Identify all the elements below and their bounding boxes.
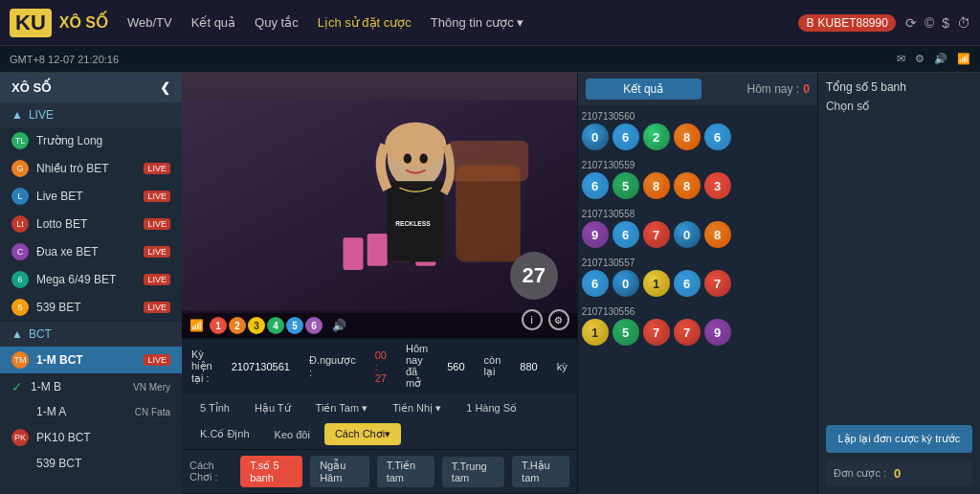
- info-btn-settings[interactable]: ⚙: [548, 309, 569, 330]
- sidebar-item-539bet[interactable]: 5 539 BET LIVE: [0, 294, 182, 322]
- 1mb-sub: VN Mery: [133, 382, 170, 393]
- sidebar-item-mega[interactable]: 6 Mega 6/49 BET LIVE: [0, 266, 182, 294]
- sidebar-item-1mb[interactable]: ✓ 1-M B VN Mery: [0, 374, 182, 400]
- lottobet-label: Lotto BET: [36, 217, 136, 231]
- nav-thongtin[interactable]: Thông tin cược ▾: [431, 15, 523, 30]
- sidebar-item-1mbct[interactable]: TM 1-M BCT LIVE: [0, 347, 182, 374]
- toolbar: GMT+8 12-07 21:20:16 ✉ ⚙ 🔊 📶: [0, 46, 980, 73]
- 1mbct-live-badge: LIVE: [144, 354, 170, 366]
- tab-keodoi[interactable]: Keo đôi: [264, 424, 321, 445]
- video-results-row: RECKLESS 📶 1 2 3 4 5: [182, 73, 980, 494]
- nhieubro-live-badge: LIVE: [144, 163, 170, 174]
- logo: KU XÔ SỐ: [10, 9, 108, 37]
- channel-4-btn[interactable]: 4: [267, 317, 284, 334]
- sidebar-item-lottobet[interactable]: Lt Lotto BET LIVE: [0, 211, 182, 238]
- result-id-1: 2107130559: [582, 158, 813, 172]
- tab-tientam[interactable]: Tiền Tam ▾: [305, 397, 379, 419]
- pk10bct-icon: PK: [11, 429, 29, 446]
- lap-lai-button[interactable]: Lập lại đơn cược kỳ trước: [826, 425, 972, 453]
- ky-val: 2107130561: [232, 361, 290, 372]
- duaxe-live-badge: LIVE: [144, 246, 170, 258]
- 1mb-check-icon: ✓: [11, 379, 23, 394]
- tong-so-label: Tổng số 5 banh: [826, 80, 972, 94]
- dollar-icon: $: [942, 15, 949, 31]
- sidebar-item-nhieubro[interactable]: G Nhiều trò BET LIVE: [0, 155, 182, 183]
- 539bct-label: 539 BCT: [36, 457, 170, 470]
- right-panel: Tổng số 5 banh Chọn số Lập lại đơn cược …: [817, 73, 980, 494]
- don-cuoc-label: Đơn cược :: [834, 467, 886, 480]
- channel-5-btn[interactable]: 5: [286, 317, 303, 334]
- ball: 7: [674, 319, 701, 346]
- tab-cachchoi[interactable]: Cách Chơi▾: [324, 423, 401, 445]
- ball: 7: [643, 221, 670, 248]
- header-right: B KUBET88990 ⟳ © $ ⏱: [798, 14, 970, 32]
- settings-icon[interactable]: ⚙: [915, 53, 924, 65]
- table-row: 2107130558 9 6 7 0 8: [582, 207, 813, 248]
- tab-kcodinh[interactable]: K.Cố Định: [189, 423, 260, 445]
- sidebar-item-truonglong[interactable]: TL Trường Long: [0, 127, 182, 155]
- betting-tabs: 5 Tỉnh Hậu Tứ Tiền Tam ▾ Tiền Nhị ▾ 1 Hà…: [182, 393, 577, 450]
- livebet-label: Live BET: [36, 190, 136, 203]
- header: KU XÔ SỐ Web/TV Kết quả Quy tắc Lịch sử …: [0, 0, 980, 46]
- info-btn-i[interactable]: i: [522, 309, 543, 330]
- wifi-signal-icon: 📶: [957, 53, 970, 65]
- channel-3-btn[interactable]: 3: [248, 317, 265, 334]
- tab-hautU[interactable]: Hậu Tứ: [244, 397, 301, 419]
- svg-point-12: [419, 154, 427, 164]
- nav-ketqua[interactable]: Kết quả: [191, 15, 235, 30]
- homnay-count: 0: [803, 82, 810, 96]
- tab-5tinh[interactable]: 5 Tỉnh: [189, 397, 240, 419]
- logo-text: XÔ SỐ: [59, 13, 108, 32]
- tab-ketqua[interactable]: Kết quả: [586, 79, 702, 100]
- ball: 1: [582, 319, 609, 346]
- table-row: 2107130559 6 5 8 8 3: [582, 158, 813, 199]
- header-nav: Web/TV Kết quả Quy tắc Lịch sử đặt cược …: [127, 15, 798, 30]
- nhieubro-icon: G: [11, 160, 29, 177]
- ky-hien-tai-label: Kỳ hiện tại :: [191, 348, 212, 385]
- 1mbct-label: 1-M BCT: [36, 353, 136, 367]
- channel-2-btn[interactable]: 2: [229, 317, 246, 334]
- mail-icon[interactable]: ✉: [897, 53, 905, 65]
- nhieubro-label: Nhiều trò BET: [36, 162, 136, 175]
- 1ma-label: 1-M A: [36, 405, 127, 418]
- channel-buttons: 1 2 3 4 5 6: [210, 317, 323, 334]
- livebet-live-badge: LIVE: [144, 191, 170, 202]
- volume-icon[interactable]: 🔊: [332, 319, 346, 332]
- tab-1hangso[interactable]: 1 Hàng Số: [456, 397, 527, 419]
- channel-6-btn[interactable]: 6: [305, 317, 323, 334]
- nav-quytac[interactable]: Quy tắc: [255, 15, 299, 30]
- audio-icon[interactable]: 🔊: [934, 53, 947, 65]
- nav-webtv[interactable]: Web/TV: [127, 15, 172, 30]
- nav-lichsu[interactable]: Lịch sử đặt cược: [318, 15, 412, 30]
- refresh-icon[interactable]: ⟳: [905, 15, 917, 31]
- result-id-0: 2107130560: [582, 109, 813, 124]
- conlai-label: còn lại: [484, 354, 501, 378]
- cach-option-ttrungtam[interactable]: T.Trung tam: [442, 457, 504, 487]
- cach-option-ttientam[interactable]: T.Tiền tam: [377, 456, 434, 487]
- table-row: 2107130560 0 6 2 8 6: [582, 109, 813, 150]
- countdown-time: 00 : 27: [375, 349, 387, 384]
- cach-option-tso5banh[interactable]: T.số 5 banh: [240, 456, 302, 487]
- tab-tiennhi[interactable]: Tiền Nhị ▾: [382, 397, 452, 419]
- ball: 7: [704, 270, 731, 297]
- mega-label: Mega 6/49 BET: [36, 273, 136, 286]
- channel-1-btn[interactable]: 1: [210, 317, 227, 334]
- result-balls-0: 0 6 2 8 6: [582, 124, 813, 150]
- svg-rect-3: [448, 141, 528, 181]
- svg-rect-4: [343, 237, 363, 270]
- sidebar-item-pk10bct[interactable]: PK PK10 BCT: [0, 424, 182, 452]
- sidebar-item-539bct[interactable]: 539 BCT: [0, 452, 182, 476]
- ball: 3: [704, 172, 731, 199]
- result-balls-3: 6 0 1 6 7: [582, 270, 813, 297]
- cach-option-thautam[interactable]: T.Hậu tam: [512, 456, 569, 487]
- status-bar: Kỳ hiện tại : 2107130561 Đ.nguược : 00 :…: [182, 338, 577, 393]
- sidebar-item-livebet[interactable]: L Live BET LIVE: [0, 183, 182, 211]
- cach-option-ngauham[interactable]: Ngẫu Hâm: [310, 456, 369, 487]
- truonglong-label: Trường Long: [36, 134, 170, 147]
- video-countdown: 27: [510, 252, 558, 300]
- sidebar-item-duaxe[interactable]: C Đua xe BET LIVE: [0, 238, 182, 266]
- sidebar-collapse-icon[interactable]: ❮: [160, 80, 170, 95]
- ball: 8: [643, 172, 670, 199]
- results-list: 2107130560 0 6 2 8 6 2107130559: [578, 105, 817, 494]
- sidebar-item-1ma[interactable]: 1-M A CN Fata: [0, 400, 182, 424]
